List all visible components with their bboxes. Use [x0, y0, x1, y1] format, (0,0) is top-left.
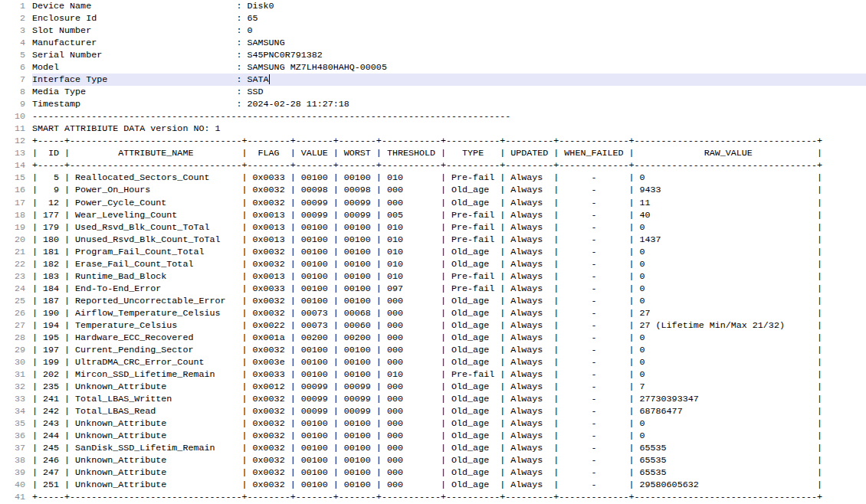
line-text: | 251 | Unknown_Attribute | 0x0032 | 001…: [32, 479, 866, 491]
editor-line[interactable]: 8Media Type : SSD: [0, 86, 866, 98]
line-number: 5: [0, 49, 32, 61]
editor-line[interactable]: 22| 182 | Erase_Fail_Count_Total | 0x003…: [0, 258, 866, 270]
current-line[interactable]: 7Interface Type : SATA: [0, 74, 866, 86]
line-text: ----------------------------------------…: [32, 110, 866, 123]
editor-line[interactable]: 33| 241 | Total_LBAS_Written | 0x0032 | …: [0, 393, 866, 405]
editor-line[interactable]: 21| 181 | Program_Fail_Count_Total | 0x0…: [0, 246, 866, 258]
editor-line[interactable]: 25| 187 | Reported_Uncorrectable_Error |…: [0, 295, 866, 307]
line-number: 26: [0, 307, 32, 319]
editor-line[interactable]: 41+-----+-------------------------------…: [0, 491, 866, 503]
line-text: | ID | ATTRIBUTE_NAME | FLAG | VALUE | W…: [32, 147, 866, 159]
line-number: 40: [0, 479, 32, 491]
line-text: Device Name : Disk0: [32, 0, 866, 12]
editor-line[interactable]: 24| 184 | End-To-End_Error | 0x0033 | 00…: [0, 283, 866, 295]
line-number: 34: [0, 405, 32, 417]
line-text: | 9 | Power_On_Hours | 0x0032 | 00098 | …: [32, 184, 866, 196]
line-number: 21: [0, 246, 32, 258]
line-text: | 187 | Reported_Uncorrectable_Error | 0…: [32, 295, 866, 307]
line-text: | 181 | Program_Fail_Count_Total | 0x003…: [32, 246, 866, 258]
editor-line[interactable]: 29| 197 | Current_Pending_Sector | 0x003…: [0, 344, 866, 356]
line-number: 1: [0, 0, 32, 12]
line-number: 7: [0, 74, 32, 86]
editor-line[interactable]: 14+-----+-------------------------------…: [0, 159, 866, 172]
line-text: | 245 | SanDisk_SSD_Lifetim_Remain | 0x0…: [32, 442, 866, 454]
editor-line[interactable]: 16| 9 | Power_On_Hours | 0x0032 | 00098 …: [0, 184, 866, 196]
line-number: 12: [0, 135, 32, 147]
line-text: | 197 | Current_Pending_Sector | 0x0032 …: [32, 344, 866, 356]
line-text: | 194 | Temperature_Celsius | 0x0022 | 0…: [32, 319, 866, 332]
editor-line[interactable]: 28| 195 | Hardware_ECC_Recovered | 0x001…: [0, 332, 866, 344]
line-number: 16: [0, 184, 32, 196]
line-text: +-----+--------------------------------+…: [32, 159, 866, 172]
line-text: | 190 | Airflow_Temperature_Celsius | 0x…: [32, 307, 866, 319]
line-number: 27: [0, 319, 32, 332]
editor-line[interactable]: 40| 251 | Unknown_Attribute | 0x0032 | 0…: [0, 479, 866, 491]
editor-line[interactable]: 6Model : SAMSUNG MZ7LH480HAHQ-00005: [0, 61, 866, 74]
editor-line[interactable]: 26| 190 | Airflow_Temperature_Celsius | …: [0, 307, 866, 319]
line-number: 11: [0, 123, 32, 135]
editor-line[interactable]: 37| 245 | SanDisk_SSD_Lifetim_Remain | 0…: [0, 442, 866, 454]
line-text: Slot Number : 0: [32, 25, 866, 37]
editor-line[interactable]: 38| 246 | Unknown_Attribute | 0x0032 | 0…: [0, 454, 866, 466]
line-number: 36: [0, 430, 32, 442]
line-number: 23: [0, 270, 32, 283]
line-text: Model : SAMSUNG MZ7LH480HAHQ-00005: [32, 61, 866, 74]
line-number: 37: [0, 442, 32, 454]
line-text: | 182 | Erase_Fail_Count_Total | 0x0032 …: [32, 258, 866, 270]
editor-line[interactable]: 4Manufacturer : SAMSUNG: [0, 37, 866, 49]
line-number: 6: [0, 61, 32, 74]
line-text: Media Type : SSD: [32, 86, 866, 98]
editor-line[interactable]: 5Serial Number : S45PNC0R791382: [0, 49, 866, 61]
line-text: | 195 | Hardware_ECC_Recovered | 0x001a …: [32, 332, 866, 344]
editor-line[interactable]: 34| 242 | Total_LBAS_Read | 0x0032 | 000…: [0, 405, 866, 417]
editor-line[interactable]: 15| 5 | Reallocated_Sectors_Count | 0x00…: [0, 172, 866, 184]
line-text: | 180 | Unused_Rsvd_Blk_Count_ToTal | 0x…: [32, 234, 866, 246]
line-text: Timestamp : 2024-02-28 11:27:18: [32, 98, 866, 110]
editor-line[interactable]: 39| 247 | Unknown_Attribute | 0x0032 | 0…: [0, 466, 866, 479]
editor-line[interactable]: 12+-----+-------------------------------…: [0, 135, 866, 147]
text-editor[interactable]: 1Device Name : Disk02Enclosure Id : 653S…: [0, 0, 866, 504]
line-number: 39: [0, 466, 32, 479]
editor-line[interactable]: 31| 202 | Mircon_SSD_Lifetime_Remain | 0…: [0, 368, 866, 381]
line-text: | 199 | UltraDMA_CRC_Error_Count | 0x003…: [32, 356, 866, 368]
line-text: | 183 | Runtime_Bad_Block | 0x0013 | 001…: [32, 270, 866, 283]
line-number: 41: [0, 491, 32, 503]
editor-line[interactable]: 30| 199 | UltraDMA_CRC_Error_Count | 0x0…: [0, 356, 866, 368]
line-number: 31: [0, 368, 32, 381]
line-text: | 184 | End-To-End_Error | 0x0033 | 0010…: [32, 283, 866, 295]
editor-line[interactable]: 18| 177 | Wear_Leveling_Count | 0x0013 |…: [0, 209, 866, 221]
line-text: | 5 | Reallocated_Sectors_Count | 0x0033…: [32, 172, 866, 184]
line-text: Enclosure Id : 65: [32, 12, 866, 25]
editor-line[interactable]: 9Timestamp : 2024-02-28 11:27:18: [0, 98, 866, 110]
line-text: | 179 | Used_Rsvd_Blk_Count_ToTal | 0x00…: [32, 221, 866, 234]
editor-line[interactable]: 11SMART ATTRIBIUTE DATA version NO: 1: [0, 123, 866, 135]
editor-line[interactable]: 17| 12 | Power_Cycle_Count | 0x0032 | 00…: [0, 197, 866, 209]
line-text: | 243 | Unknown_Attribute | 0x0032 | 001…: [32, 417, 866, 430]
line-text: Manufacturer : SAMSUNG: [32, 37, 866, 49]
editor-line[interactable]: 20| 180 | Unused_Rsvd_Blk_Count_ToTal | …: [0, 234, 866, 246]
editor-line[interactable]: 32| 235 | Unknown_Attribute | 0x0012 | 0…: [0, 381, 866, 393]
line-number: 38: [0, 454, 32, 466]
editor-line[interactable]: 13| ID | ATTRIBUTE_NAME | FLAG | VALUE |…: [0, 147, 866, 159]
editor-line[interactable]: 36| 244 | Unknown_Attribute | 0x0032 | 0…: [0, 430, 866, 442]
line-text: +-----+--------------------------------+…: [32, 491, 866, 503]
line-number: 30: [0, 356, 32, 368]
editor-line[interactable]: 2Enclosure Id : 65: [0, 12, 866, 25]
line-number: 35: [0, 417, 32, 430]
editor-line[interactable]: 1Device Name : Disk0: [0, 0, 866, 12]
line-number: 20: [0, 234, 32, 246]
line-number: 3: [0, 25, 32, 37]
line-text: | 247 | Unknown_Attribute | 0x0032 | 001…: [32, 466, 866, 479]
editor-line[interactable]: 23| 183 | Runtime_Bad_Block | 0x0013 | 0…: [0, 270, 866, 283]
editor-line[interactable]: 10--------------------------------------…: [0, 110, 866, 123]
editor-line[interactable]: 35| 243 | Unknown_Attribute | 0x0032 | 0…: [0, 417, 866, 430]
line-text: | 242 | Total_LBAS_Read | 0x0032 | 00099…: [32, 405, 866, 417]
line-text: | 235 | Unknown_Attribute | 0x0012 | 000…: [32, 381, 866, 393]
editor-line[interactable]: 19| 179 | Used_Rsvd_Blk_Count_ToTal | 0x…: [0, 221, 866, 234]
line-text: +-----+--------------------------------+…: [32, 135, 866, 147]
editor-line[interactable]: 3Slot Number : 0: [0, 25, 866, 37]
line-number: 10: [0, 110, 32, 123]
line-number: 19: [0, 221, 32, 234]
editor-line[interactable]: 27| 194 | Temperature_Celsius | 0x0022 |…: [0, 319, 866, 332]
line-text: | 12 | Power_Cycle_Count | 0x0032 | 0009…: [32, 197, 866, 209]
